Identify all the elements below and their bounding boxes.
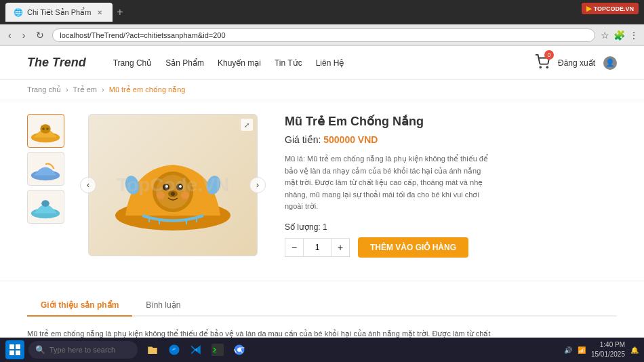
quantity-plus-button[interactable]: + [331,238,350,257]
url-input[interactable]: localhost/TheTrend/?act=chitietssanpham&… [52,28,595,42]
taskbar-search[interactable]: 🔍 [28,341,138,359]
nav-contact[interactable]: Liên Hệ [316,58,344,68]
expand-button[interactable]: ⤢ [241,119,253,131]
next-image-button[interactable]: › [249,177,266,193]
topcode-logo-text: TOPCODE.VN [594,5,634,12]
header-actions: 0 Đăng xuất 👤 [535,54,617,71]
menu-icon[interactable]: ⋮ [629,30,639,41]
browser-actions: ☆ 🧩 ⋮ [601,30,639,41]
cart-button[interactable]: 0 [535,54,550,71]
product-description: Mũ lá: Mũ trẻ em chống nắng là phụ kiện … [285,153,488,213]
main-image-container: TopCode.VN [88,114,258,256]
forward-button[interactable]: › [20,28,28,42]
address-bar: ‹ › ↻ localhost/TheTrend/?act=chitietssa… [0,24,644,46]
breadcrumb: Trang chủ › Trẻ em › Mũ trẻ em chống nắn… [0,80,644,100]
main-hat-svg [105,127,241,243]
taskbar-search-input[interactable] [49,346,131,354]
nav-news[interactable]: Tin Tức [275,58,302,68]
prev-image-button[interactable]: ‹ [80,177,96,193]
breadcrumb-current: Mũ trẻ em chống nắng [109,85,186,94]
breadcrumb-sep1: › [66,85,68,94]
price-value: 500000 VND [323,134,378,145]
svg-rect-26 [9,344,14,349]
browser-chrome: 🌐 Chi Tiết Sản Phẩm ✕ + ▶ TOPCODE.VN [0,0,644,24]
topcode-logo: ▶ TOPCODE.VN [582,3,639,14]
page-wrapper: The Trend Trang Chủ Sản Phẩm Khuyến mại … [0,46,644,359]
new-tab-button[interactable]: + [113,6,127,18]
taskbar-app-chrome[interactable] [230,340,249,359]
taskbar-time-value: 1:40 PM [591,340,625,350]
bookmark-icon[interactable]: ☆ [601,30,609,41]
browser-tabs: 🌐 Chi Tiết Sản Phẩm ✕ + [5,0,639,24]
quantity-label: Số lượng: 1 [285,222,617,232]
add-to-cart-button[interactable]: THÊM VÀO GIỎ HÀNG [358,237,468,258]
svg-point-1 [546,66,548,68]
taskbar-app-vscode[interactable] [186,340,205,359]
taskbar-search-icon: 🔍 [35,345,45,355]
tab-close-button[interactable]: ✕ [95,7,104,17]
start-button[interactable] [5,340,24,359]
taskbar-app-edge[interactable] [165,340,184,359]
chrome-icon [233,344,245,356]
svg-point-16 [165,185,168,188]
taskbar-network-icon[interactable]: 📶 [578,346,586,354]
site-header: The Trend Trang Chủ Sản Phẩm Khuyến mại … [0,46,644,80]
svg-point-19 [171,192,175,196]
nav-home[interactable]: Trang Chủ [113,58,153,68]
taskbar-app-file-explorer[interactable] [143,340,162,359]
svg-point-4 [42,127,45,130]
user-icon[interactable]: 👤 [603,56,617,70]
product-price: Giá tiền: 500000 VND [285,134,617,145]
breadcrumb-category[interactable]: Trẻ em [73,85,97,94]
vscode-icon [190,344,202,356]
breadcrumb-home[interactable]: Trang chủ [27,85,61,94]
back-button[interactable]: ‹ [5,28,14,42]
logout-button[interactable]: Đăng xuất [558,58,595,68]
thumbnail-1[interactable] [27,114,64,148]
thumb-img-1 [28,114,64,148]
svg-rect-28 [9,350,14,355]
file-explorer-icon [146,344,159,356]
product-info: Mũ Trẻ Em Chống Nắng Giá tiền: 500000 VN… [278,114,617,267]
windows-logo-icon [9,344,20,355]
edge-icon [168,344,180,356]
svg-rect-29 [16,350,20,355]
taskbar-date-value: 15/01/2025 [591,350,625,359]
active-tab[interactable]: 🌐 Chi Tiết Sản Phẩm ✕ [5,3,113,22]
svg-point-17 [179,185,182,188]
taskbar-apps: _ [143,340,249,359]
site-nav: Trang Chủ Sản Phẩm Khuyến mại Tin Tức Li… [113,58,535,68]
nav-promotions[interactable]: Khuyến mại [218,58,261,68]
svg-point-21 [181,191,189,199]
svg-rect-27 [16,344,20,349]
svg-point-5 [46,127,49,130]
tab-title: Chi Tiết Sản Phẩm [27,8,91,17]
reload-button[interactable]: ↻ [33,28,47,42]
taskbar-clock: 1:40 PM 15/01/2025 [591,340,625,359]
thumb-img-2 [28,152,64,186]
tabs-header: Giới thiệu sản phẩm Bình luận [27,295,617,317]
svg-point-3 [40,124,50,133]
site-logo[interactable]: The Trend [27,56,86,70]
svg-point-0 [540,66,541,68]
thumbnail-3[interactable] [27,190,64,224]
nav-products[interactable]: Sản Phẩm [165,58,204,68]
quantity-controls: − + THÊM VÀO GIỎ HÀNG [285,237,617,258]
taskbar-notification-icon[interactable]: 🔔 [630,346,639,354]
product-thumbnails [27,114,68,267]
tab-description[interactable]: Giới thiệu sản phẩm [27,295,132,317]
quantity-minus-button[interactable]: − [285,238,304,257]
breadcrumb-sep2: › [102,85,104,94]
quantity-input[interactable] [304,238,331,257]
taskbar-app-terminal[interactable]: _ [208,340,227,359]
svg-point-8 [41,200,49,207]
product-section: TopCode.VN [0,100,644,281]
tab-comments[interactable]: Bình luận [132,295,194,317]
thumb-img-3 [28,190,64,224]
svg-point-20 [157,191,165,199]
thumbnail-2[interactable] [27,152,64,186]
taskbar-volume-icon[interactable]: 🔊 [564,346,572,354]
product-main-image: TopCode.VN [88,114,258,256]
extensions-icon[interactable]: 🧩 [613,30,625,41]
product-title: Mũ Trẻ Em Chống Nắng [285,114,617,129]
